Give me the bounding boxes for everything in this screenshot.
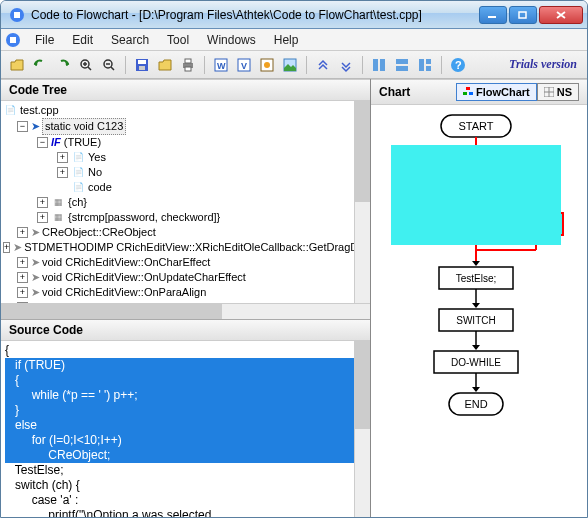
menu-search[interactable]: Search bbox=[103, 31, 157, 49]
tree-scrollbar[interactable] bbox=[354, 101, 370, 303]
toolbar: W V ? Trials version bbox=[1, 51, 587, 79]
open-button[interactable] bbox=[7, 55, 27, 75]
tree-node[interactable]: +➤void CRichEditView::OnParaAlign bbox=[3, 285, 368, 300]
folder-button[interactable] bbox=[155, 55, 175, 75]
export-svg-button[interactable] bbox=[257, 55, 277, 75]
tree-file[interactable]: 📄test.cpp bbox=[3, 103, 368, 118]
chart-header: Chart FlowChart NS bbox=[371, 79, 587, 105]
svg-rect-1 bbox=[488, 16, 496, 18]
app-menu-icon bbox=[5, 32, 21, 48]
menubar: File Edit Search Tool Windows Help bbox=[1, 29, 587, 51]
svg-rect-31 bbox=[469, 92, 473, 95]
code-tree[interactable]: 📄test.cpp −➤static void C123 −IF(TRUE) +… bbox=[1, 101, 370, 303]
codetree-header: Code Tree bbox=[1, 79, 370, 101]
expand-all-button[interactable] bbox=[313, 55, 333, 75]
tree-node[interactable]: +➤STDMETHODIMP CRichEditView::XRichEditO… bbox=[3, 240, 368, 255]
svg-rect-30 bbox=[463, 92, 467, 95]
print-button[interactable] bbox=[178, 55, 198, 75]
tree-node[interactable]: +▦{strcmp[password, checkword]} bbox=[3, 210, 368, 225]
svg-text:DO-WHILE: DO-WHILE bbox=[451, 357, 501, 368]
source-code[interactable]: { if (TRUE) { while (*p == ' ') p++; } e… bbox=[1, 341, 370, 517]
src-line: printf("\nOption a was selected. bbox=[5, 508, 366, 517]
src-line: TestElse; bbox=[5, 463, 366, 478]
svg-rect-11 bbox=[185, 59, 191, 63]
tree-node[interactable]: +➤CReObject::CReObject bbox=[3, 225, 368, 240]
svg-point-18 bbox=[264, 62, 270, 68]
save-button[interactable] bbox=[132, 55, 152, 75]
src-line: for (I=0;I<10;I++) bbox=[5, 433, 366, 448]
svg-rect-12 bbox=[185, 67, 191, 71]
maximize-button[interactable] bbox=[509, 6, 537, 24]
layout-3-button[interactable] bbox=[415, 55, 435, 75]
app-icon bbox=[9, 7, 25, 23]
minimize-button[interactable] bbox=[479, 6, 507, 24]
menu-help[interactable]: Help bbox=[266, 31, 307, 49]
chart-title: Chart bbox=[379, 85, 410, 99]
zoom-out-button[interactable] bbox=[99, 55, 119, 75]
svg-rect-22 bbox=[396, 59, 408, 64]
titlebar[interactable]: Code to Flowchart - [D:\Program Files\At… bbox=[1, 1, 587, 29]
src-line: if (TRUE) bbox=[5, 358, 366, 373]
window-title: Code to Flowchart - [D:\Program Files\At… bbox=[31, 8, 479, 22]
src-line: } bbox=[5, 403, 366, 418]
menu-edit[interactable]: Edit bbox=[64, 31, 101, 49]
svg-text:TestElse;: TestElse; bbox=[456, 273, 497, 284]
tree-node[interactable]: +➤void CRichEditView::OnUpdateParaAlign bbox=[3, 300, 368, 303]
menu-windows[interactable]: Windows bbox=[199, 31, 264, 49]
flowchart-canvas[interactable]: START (TRUE) YES NO TestElse; SWITCH DO-… bbox=[371, 105, 587, 517]
src-line: CReObject; bbox=[5, 448, 366, 463]
export-bmp-button[interactable] bbox=[280, 55, 300, 75]
svg-rect-2 bbox=[519, 12, 526, 18]
ns-tab[interactable]: NS bbox=[537, 83, 579, 101]
layout-2-button[interactable] bbox=[392, 55, 412, 75]
src-line: else bbox=[5, 418, 366, 433]
menu-file[interactable]: File bbox=[27, 31, 62, 49]
svg-text:SWITCH: SWITCH bbox=[456, 315, 495, 326]
src-line: while (*p == ' ') p++; bbox=[5, 388, 366, 403]
tree-node[interactable]: +📄Yes bbox=[3, 150, 368, 165]
src-line: switch (ch) { bbox=[5, 478, 366, 493]
svg-rect-24 bbox=[419, 59, 424, 71]
zoom-in-button[interactable] bbox=[76, 55, 96, 75]
export-word-button[interactable]: W bbox=[211, 55, 231, 75]
svg-rect-9 bbox=[139, 66, 145, 70]
svg-rect-29 bbox=[466, 87, 470, 90]
collapse-all-button[interactable] bbox=[336, 55, 356, 75]
redo-button[interactable] bbox=[53, 55, 73, 75]
tree-node[interactable]: +▦{ch} bbox=[3, 195, 368, 210]
src-line: { bbox=[5, 373, 366, 388]
svg-rect-26 bbox=[426, 66, 431, 71]
svg-text:?: ? bbox=[455, 59, 462, 71]
flowchart-tab[interactable]: FlowChart bbox=[456, 83, 537, 101]
tree-node[interactable]: +➤void CRichEditView::OnCharEffect bbox=[3, 255, 368, 270]
svg-rect-8 bbox=[138, 60, 146, 64]
svg-text:W: W bbox=[217, 61, 226, 71]
svg-text:END: END bbox=[464, 398, 487, 410]
sourcecode-header: Source Code bbox=[1, 319, 370, 341]
src-scrollbar[interactable] bbox=[354, 341, 370, 517]
tree-node[interactable]: +📄No bbox=[3, 165, 368, 180]
svg-text:V: V bbox=[241, 61, 247, 71]
src-line: { bbox=[5, 343, 366, 358]
layout-1-button[interactable] bbox=[369, 55, 389, 75]
svg-rect-4 bbox=[10, 37, 16, 43]
svg-rect-20 bbox=[373, 59, 378, 71]
tree-node[interactable]: −IF(TRUE) bbox=[3, 135, 368, 150]
close-button[interactable] bbox=[539, 6, 583, 24]
svg-rect-25 bbox=[426, 59, 431, 64]
svg-rect-21 bbox=[380, 59, 385, 71]
export-visio-button[interactable]: V bbox=[234, 55, 254, 75]
tree-node[interactable]: 📄code bbox=[3, 180, 368, 195]
tree-hscroll[interactable] bbox=[1, 303, 370, 319]
undo-button[interactable] bbox=[30, 55, 50, 75]
help-button[interactable]: ? bbox=[448, 55, 468, 75]
tree-node[interactable]: −➤static void C123 bbox=[3, 118, 368, 135]
svg-rect-23 bbox=[396, 66, 408, 71]
trials-label: Trials version bbox=[509, 57, 581, 72]
menu-tool[interactable]: Tool bbox=[159, 31, 197, 49]
src-line: case 'a' : bbox=[5, 493, 366, 508]
tree-node[interactable]: +➤void CRichEditView::OnUpdateCharEffect bbox=[3, 270, 368, 285]
svg-text:START: START bbox=[458, 120, 493, 132]
